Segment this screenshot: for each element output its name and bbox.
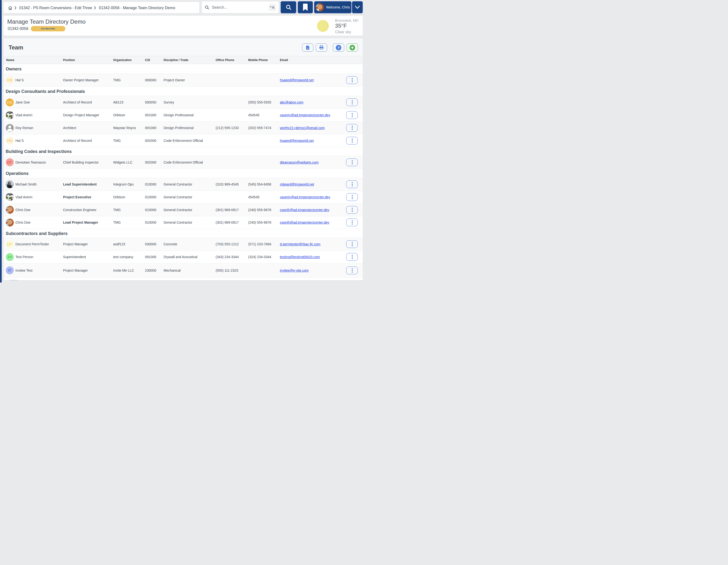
svg-text:x: x <box>307 47 308 49</box>
svg-text:?: ? <box>337 46 340 50</box>
